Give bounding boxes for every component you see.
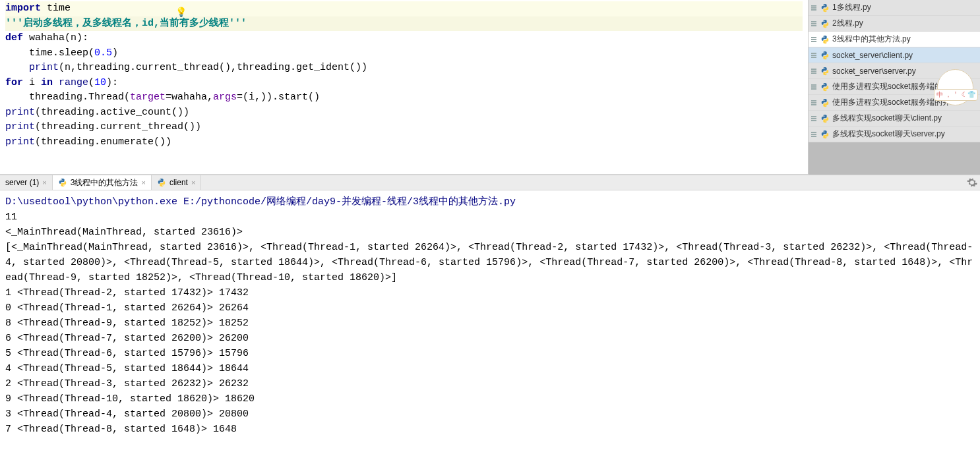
run-tab[interactable]: server (1)× [0,175,53,190]
gear-icon[interactable] [967,177,977,190]
python-file-icon [820,114,830,123]
sidebar-item-file[interactable]: 3线程中的其他方法.py [809,32,980,47]
drag-handle-icon [811,114,816,123]
code-content: import time '''启动多线程，及多线程名，id,当前有多少线程'''… [0,0,808,151]
sidebar-item-file[interactable]: 多线程实现socket聊天\client.py [809,111,980,127]
close-icon[interactable]: × [141,179,145,186]
sidebar-item-label: socket_server\client.py [832,51,976,60]
sidebar-item-label: 多线程实现socket聊天\server.py [832,128,976,140]
run-tabbar: server (1)×3线程中的其他方法×client× [0,175,980,190]
sidebar-item-file[interactable]: 2线程.py [809,16,980,32]
tab-label: server (1) [5,178,39,187]
sidebar-item-label: 2线程.py [832,18,976,29]
run-console[interactable]: D:\usedtool\python\python.exe E:/pythonc… [0,190,980,441]
python-file-icon [820,3,830,13]
sidebar-item-file[interactable]: socket_server\client.py [809,47,980,63]
drag-handle-icon [811,98,816,107]
console-output: 11 <_MainThread(MainThread, started 2361… [5,210,975,437]
console-command: D:\usedtool\python\python.exe E:/pythonc… [5,194,975,210]
drag-handle-icon [811,3,816,13]
close-icon[interactable]: × [191,179,195,186]
drag-handle-icon [811,82,816,92]
run-tab[interactable]: 3线程中的其他方法× [53,175,152,190]
python-file-icon [820,130,830,139]
sidebar-item-file[interactable]: 多线程实现socket聊天\server.py [809,127,980,142]
sidebar-item-label: 3线程中的其他方法.py [832,34,976,45]
ime-widget[interactable]: 中，' ☾ 👕 [937,69,977,112]
drag-handle-icon [811,35,816,44]
python-file-icon [820,98,830,107]
sidebar-item-label: 多线程实现socket聊天\client.py [832,113,976,124]
sidebar-empty-area [809,142,980,175]
ime-badge: 中，' ☾ 👕 [934,89,978,101]
tab-label: client [169,178,188,187]
python-file-icon [820,51,830,60]
python-file-icon [820,35,830,44]
run-tab[interactable]: client× [152,175,201,190]
python-file-icon [820,82,830,92]
tab-label: 3线程中的其他方法 [71,177,138,188]
python-file-icon [820,19,830,28]
sidebar-item-label: 1多线程.py [832,2,976,13]
drag-handle-icon [811,67,816,76]
drag-handle-icon [811,130,816,139]
python-file-icon [157,178,166,187]
drag-handle-icon [811,19,816,28]
code-editor[interactable]: 💡 import time '''启动多线程，及多线程名，id,当前有多少线程'… [0,0,809,175]
sidebar-item-file[interactable]: 1多线程.py [809,0,980,16]
close-icon[interactable]: × [42,179,46,186]
python-file-icon [58,178,67,187]
python-file-icon [820,67,830,76]
intention-bulb-icon[interactable]: 💡 [175,7,187,18]
drag-handle-icon [811,51,816,60]
